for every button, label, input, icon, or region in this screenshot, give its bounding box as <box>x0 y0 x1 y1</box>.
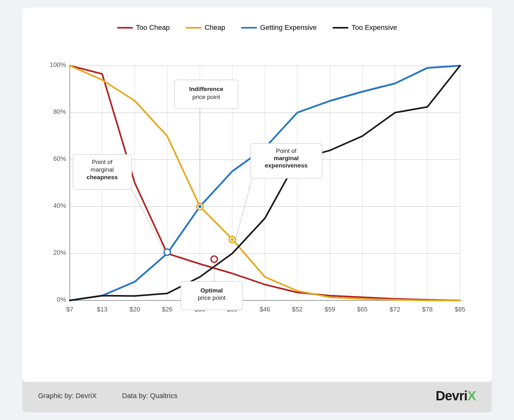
svg-text:20%: 20% <box>53 249 66 256</box>
legend-label-getting-expensive: Getting Expensive <box>260 23 317 32</box>
me-line1: Point of <box>276 148 297 154</box>
svg-text:$72: $72 <box>390 306 400 313</box>
legend-line-too-cheap <box>117 27 133 29</box>
svg-text:40%: 40% <box>53 202 66 209</box>
mc-line2: marginal <box>91 166 114 173</box>
legend-label-too-expensive: Too Expensive <box>352 23 397 32</box>
me-line2: marginal <box>273 155 299 161</box>
svg-text:$78: $78 <box>422 306 432 313</box>
svg-text:$7: $7 <box>66 306 73 313</box>
legend-line-cheap <box>186 27 201 29</box>
legend-item-getting-expensive: Getting Expensive <box>241 23 317 32</box>
chart-svg: 0% 20% 40% 60% 80% 100% $7 $13 $20 $26 $… <box>41 41 473 363</box>
legend-label-cheap: Cheap <box>205 23 225 32</box>
mc-line1: Point of <box>92 159 113 165</box>
indifference-label-line1: Indifference <box>189 86 223 92</box>
me-line3: expensiveness <box>265 162 307 169</box>
legend-item-too-expensive: Too Expensive <box>333 23 397 32</box>
legend-line-getting-expensive <box>241 27 257 29</box>
svg-text:0%: 0% <box>57 296 66 303</box>
svg-text:$59: $59 <box>325 306 335 313</box>
logo-text-devri: Devri <box>436 388 467 403</box>
legend-item-cheap: Cheap <box>186 23 225 32</box>
logo-x: X <box>467 388 476 403</box>
indifference-point-inner <box>198 205 201 208</box>
legend-label-too-cheap: Too Cheap <box>136 23 170 32</box>
optimal-line1: Optimal <box>201 287 223 294</box>
legend-item-too-cheap: Too Cheap <box>117 23 170 32</box>
mc-arrow <box>132 189 165 252</box>
svg-text:80%: 80% <box>53 108 66 115</box>
optimal-point <box>211 256 217 262</box>
me-arrow <box>235 178 252 240</box>
svg-text:$20: $20 <box>129 306 140 313</box>
data-by: Data by: Qualtrics <box>122 392 178 400</box>
svg-text:$13: $13 <box>97 306 107 313</box>
marginal-expensiveness-inner <box>231 238 234 241</box>
chart-container: Too Cheap Cheap Getting Expensive Too Ex… <box>22 8 492 382</box>
graphic-by: Graphic by: DevriX <box>38 392 97 400</box>
optimal-line2: price point <box>198 294 226 301</box>
svg-text:$65: $65 <box>357 306 367 313</box>
svg-text:60%: 60% <box>53 155 66 162</box>
footer: Graphic by: DevriX Data by: Qualtrics De… <box>22 379 492 412</box>
svg-text:$26: $26 <box>162 306 172 313</box>
chart-area: 0% 20% 40% 60% 80% 100% $7 $13 $20 $26 $… <box>41 41 473 363</box>
footer-credits: Graphic by: DevriX Data by: Qualtrics <box>38 392 177 400</box>
indifference-label-line2: price point <box>192 94 220 100</box>
svg-text:$85: $85 <box>455 306 465 313</box>
legend-line-too-expensive <box>333 27 348 29</box>
legend: Too Cheap Cheap Getting Expensive Too Ex… <box>41 20 473 32</box>
mc-line3: cheapness <box>87 174 118 180</box>
svg-text:$46: $46 <box>260 306 270 313</box>
svg-text:$52: $52 <box>292 306 302 313</box>
svg-text:100%: 100% <box>50 61 66 68</box>
footer-logo: DevriX <box>436 388 476 404</box>
